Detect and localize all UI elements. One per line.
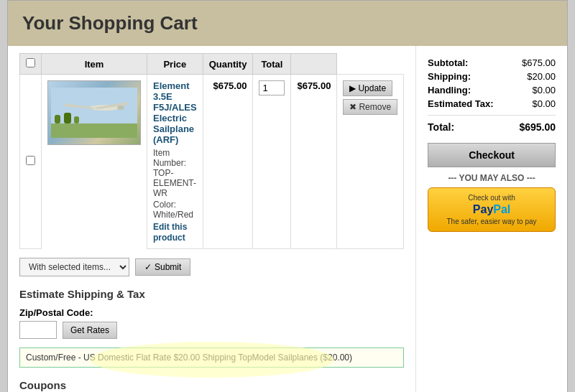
price-cell: $675.00 (203, 75, 253, 249)
total-label: Total: (428, 121, 454, 133)
product-name: Element 3.5E F5J/ALES Electric Sailplane… (153, 80, 197, 145)
coupon-section: Coupons Coupon Code: Apply (19, 379, 404, 392)
svg-rect-2 (55, 115, 60, 123)
update-button[interactable]: ▶ Update (343, 80, 392, 96)
handling-value: $0.00 (532, 85, 556, 95)
product-image (47, 80, 141, 145)
zip-row: Get Rates (19, 321, 404, 339)
remove-icon: ✖ (349, 102, 356, 112)
handling-row: Handling: $0.00 (428, 85, 556, 95)
shopping-cart-page: Your Shopping Cart Item Price Quantity T… (7, 0, 568, 392)
edit-product-link[interactable]: Edit this product (153, 222, 187, 243)
select-all-header (20, 54, 42, 75)
tax-row: Estimated Tax: $0.00 (428, 98, 556, 109)
total-value: $695.00 (519, 121, 556, 133)
shipping-option-wrapper: Custom/Free - US Domestic Flat Rate $20.… (19, 347, 404, 368)
left-section: Item Price Quantity Total (8, 46, 416, 392)
svg-point-9 (117, 106, 124, 110)
total-cell: $675.00 (291, 75, 337, 249)
coupon-title: Coupons (19, 379, 404, 391)
submit-button[interactable]: ✓ Submit (135, 258, 190, 276)
action-cell: ▶ Update ✖ Remove (337, 75, 404, 249)
table-row: Element 3.5E F5J/ALES Electric Sailplane… (20, 75, 404, 249)
zip-input[interactable] (19, 321, 57, 339)
paypal-logo: PayPal (473, 203, 510, 216)
page-title: Your Shopping Cart (22, 12, 553, 34)
select-all-checkbox[interactable] (26, 58, 35, 67)
cart-table: Item Price Quantity Total (19, 53, 404, 249)
item-header: Item (42, 54, 147, 75)
price-header: Price (147, 54, 203, 75)
item-number: Item Number: TOP-ELEMENT-WR (153, 148, 197, 198)
paypal-sub-text: The safer, easier way to pay (447, 218, 537, 225)
quantity-input[interactable] (259, 80, 285, 95)
product-cell (42, 75, 147, 151)
page-header: Your Shopping Cart (8, 1, 567, 46)
quantity-cell (253, 75, 291, 249)
action-header (291, 54, 337, 75)
quantity-header: Quantity (203, 54, 253, 75)
subtotal-row: Subtotal: $675.00 (428, 57, 556, 68)
total-header: Total (253, 54, 291, 75)
shipping-value: $20.00 (527, 71, 556, 82)
shipping-title: Estimate Shipping & Tax (19, 288, 404, 300)
update-icon: ▶ (349, 83, 356, 93)
main-content: Item Price Quantity Total (8, 46, 567, 392)
summary-divider (428, 115, 556, 116)
selected-items-dropdown[interactable]: With selected items... (19, 258, 129, 276)
svg-rect-3 (64, 113, 71, 123)
tax-value: $0.00 (532, 98, 556, 109)
get-rates-button[interactable]: Get Rates (63, 322, 117, 339)
remove-button[interactable]: ✖ Remove (343, 99, 397, 115)
shipping-option-dropdown[interactable]: Custom/Free - US Domestic Flat Rate $20.… (19, 347, 404, 368)
you-may-also-text: --- YOU MAY ALSO --- (428, 173, 556, 183)
zip-label: Zip/Postal Code: (19, 307, 404, 318)
shipping-label: Shipping: (428, 71, 471, 82)
product-color: Color: White/Red (153, 200, 197, 220)
row-checkbox-cell (20, 75, 42, 249)
paypal-checkout-button[interactable]: Check out with PayPal The safer, easier … (428, 187, 556, 232)
subtotal-value: $675.00 (522, 57, 556, 68)
svg-rect-1 (51, 123, 137, 138)
handling-label: Handling: (428, 85, 471, 95)
total-row: Total: $695.00 (428, 121, 556, 133)
product-info-cell: Element 3.5E F5J/ALES Electric Sailplane… (147, 75, 203, 249)
right-section: Subtotal: $675.00 Shipping: $20.00 Handl… (416, 46, 567, 392)
shipping-section: Estimate Shipping & Tax Zip/Postal Code:… (19, 288, 404, 368)
paypal-top-text: Check out with (468, 194, 515, 202)
checkout-button[interactable]: Checkout (428, 143, 556, 167)
row-checkbox[interactable] (26, 156, 35, 165)
tax-label: Estimated Tax: (428, 98, 494, 109)
subtotal-label: Subtotal: (428, 57, 468, 68)
selected-items-bar: With selected items... ✓ Submit (19, 258, 404, 276)
shipping-row: Shipping: $20.00 (428, 71, 556, 82)
svg-rect-4 (74, 116, 79, 123)
checkmark-icon: ✓ (144, 262, 152, 272)
